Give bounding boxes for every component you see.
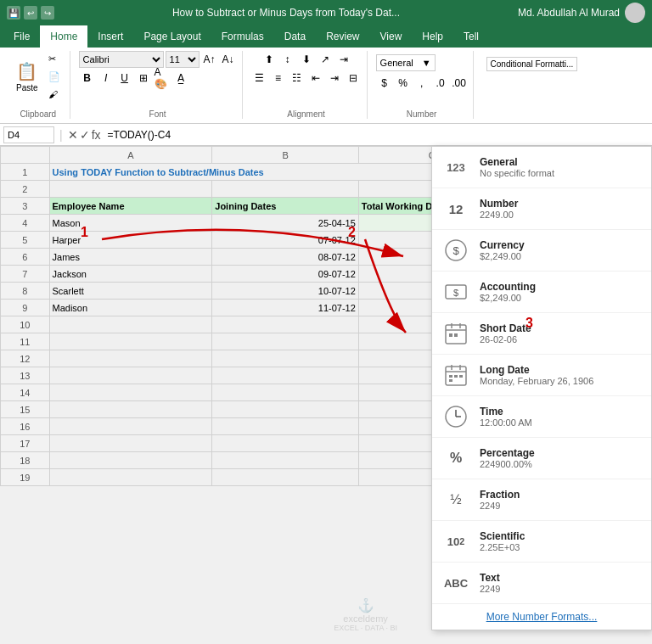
fraction-value: 2249 (480, 501, 520, 511)
bold-button[interactable]: B (79, 70, 96, 87)
cell-b8[interactable]: 10-07-12 (212, 283, 359, 300)
increase-decimal-button[interactable]: .00 (451, 75, 468, 92)
font-size-select[interactable]: 11 (166, 51, 200, 68)
cell-b4[interactable]: 25-04-15 (212, 215, 359, 232)
menu-help[interactable]: Help (412, 25, 453, 48)
menu-data[interactable]: Data (274, 25, 316, 48)
fill-color-button[interactable]: A🎨 (154, 70, 171, 87)
dropdown-item-short-date[interactable]: Short Date 26-02-06 (432, 313, 651, 355)
decrease-decimal-button[interactable]: .0 (432, 75, 449, 92)
align-middle-button[interactable]: ↕ (279, 51, 296, 68)
increase-font-button[interactable]: A↑ (201, 51, 218, 68)
dropdown-item-general[interactable]: 123 General No specific format (432, 147, 651, 188)
decrease-indent-button[interactable]: ⇤ (307, 70, 324, 87)
insert-function-icon[interactable]: fx (92, 128, 101, 142)
paste-button[interactable]: 📋 Paste (12, 59, 42, 95)
align-left-button[interactable]: ☰ (251, 70, 268, 87)
decrease-font-button[interactable]: A↓ (220, 51, 237, 68)
number-format-select[interactable]: General ▼ (376, 54, 436, 71)
menu-tell[interactable]: Tell (453, 25, 489, 48)
percentage-value: 224900.00% (480, 459, 535, 469)
fraction-label: Fraction (480, 489, 520, 501)
header-joining[interactable]: Joining Dates (212, 198, 359, 215)
italic-button[interactable]: I (98, 70, 115, 87)
cell-a7[interactable]: Jackson (49, 266, 212, 283)
dropdown-item-scientific[interactable]: 102 Scientific 2.25E+03 (432, 521, 651, 563)
cell-a9[interactable]: Madison (49, 300, 212, 316)
alignment-label: Alignment (287, 109, 324, 119)
font-family-select[interactable]: Calibri (79, 51, 164, 68)
menu-file[interactable]: File (3, 25, 40, 48)
comma-button[interactable]: , (413, 75, 430, 92)
menu-review[interactable]: Review (316, 25, 369, 48)
cell-b7[interactable]: 09-07-12 (212, 266, 359, 283)
menu-formulas[interactable]: Formulas (211, 25, 274, 48)
dropdown-item-number[interactable]: 12 Number 2249.00 (432, 188, 651, 230)
col-header-a[interactable]: A (49, 147, 212, 164)
copy-button[interactable]: 📄 (44, 69, 65, 85)
header-employee[interactable]: Employee Name (49, 198, 212, 215)
undo-icon[interactable]: ↩ (24, 6, 37, 20)
col-header-b[interactable]: B (212, 147, 359, 164)
wrap-text-button[interactable]: ⇥ (335, 51, 352, 68)
formula-input[interactable] (104, 126, 649, 143)
conditional-formatting-button[interactable]: Conditional Formatti... (482, 54, 582, 74)
time-icon (442, 403, 469, 430)
menu-insert[interactable]: Insert (87, 25, 133, 48)
dropdown-item-percentage[interactable]: % Percentage 224900.00% (432, 438, 651, 479)
cancel-formula-icon[interactable]: ✕ (68, 128, 78, 142)
align-center-button[interactable]: ≡ (270, 70, 287, 87)
align-bottom-button[interactable]: ⬇ (298, 51, 315, 68)
cell-b5[interactable]: 07-07-12 (212, 232, 359, 249)
redo-icon[interactable]: ↪ (41, 6, 54, 20)
percent-button[interactable]: % (395, 75, 412, 92)
dropdown-item-fraction[interactable]: ½ Fraction 2249 (432, 479, 651, 521)
cell-b6[interactable]: 08-07-12 (212, 249, 359, 266)
time-value: 12:00:00 AM (480, 417, 532, 428)
menu-bar: File Home Insert Page Layout Formulas Da… (0, 25, 652, 48)
currency-button[interactable]: $ (376, 75, 393, 92)
orientation-button[interactable]: ↗ (317, 51, 334, 68)
merge-button[interactable]: ⊟ (345, 70, 362, 87)
alignment-row-2: ☰ ≡ ☷ ⇤ ⇥ ⊟ (251, 70, 362, 87)
title-bar: 💾 ↩ ↪ How to Subtract or Minus Days from… (0, 0, 652, 25)
cut-button[interactable]: ✂ (44, 51, 65, 67)
underline-button[interactable]: U (116, 70, 133, 87)
menu-page-layout[interactable]: Page Layout (133, 25, 211, 48)
dropdown-item-time[interactable]: Time 12:00:00 AM (432, 396, 651, 438)
font-color-button[interactable]: A̲ (172, 70, 189, 87)
user-avatar (625, 3, 645, 23)
border-button[interactable]: ⊞ (135, 70, 152, 87)
title-bar-icons: 💾 ↩ ↪ (7, 6, 54, 20)
increase-indent-button[interactable]: ⇥ (326, 70, 343, 87)
copy-icon: 📄 (48, 71, 60, 82)
dropdown-item-currency[interactable]: $ Currency $2,249.00 (432, 230, 651, 272)
cell-a6[interactable]: James (49, 249, 212, 266)
percentage-label: Percentage (480, 447, 535, 459)
text-text: Text 2249 (480, 572, 500, 594)
dropdown-item-text[interactable]: ABC Text 2249 (432, 563, 651, 604)
cell-a5[interactable]: Harper (49, 232, 212, 249)
format-painter-button[interactable]: 🖌 (44, 87, 65, 102)
accounting-value: $2,249.00 (480, 293, 536, 303)
dropdown-item-long-date[interactable]: Long Date Monday, February 26, 1906 (432, 355, 651, 396)
align-top-button[interactable]: ⬆ (261, 51, 278, 68)
text-value: 2249 (480, 584, 500, 594)
formula-bar-icons: ✕ ✓ fx (68, 128, 101, 142)
cell-b9[interactable]: 11-07-12 (212, 300, 359, 316)
window-title: How to Subtract or Minus Days from Today… (61, 7, 511, 19)
confirm-formula-icon[interactable]: ✓ (80, 128, 90, 142)
number-value: 2249.00 (480, 210, 518, 220)
menu-view[interactable]: View (370, 25, 413, 48)
short-date-text: Short Date 26-02-06 (480, 322, 531, 344)
align-right-button[interactable]: ☷ (289, 70, 306, 87)
more-formats-link[interactable]: More Number Formats... (432, 604, 651, 630)
short-date-value: 26-02-06 (480, 334, 531, 344)
cell-a4[interactable]: Mason (49, 215, 212, 232)
menu-home[interactable]: Home (40, 25, 87, 48)
number-label: Number (407, 109, 437, 119)
dropdown-item-accounting[interactable]: $ Accounting $2,249.00 (432, 272, 651, 313)
cell-a8[interactable]: Scarlett (49, 283, 212, 300)
save-icon[interactable]: 💾 (7, 6, 20, 20)
cell-reference-box[interactable]: D4 (3, 126, 54, 143)
